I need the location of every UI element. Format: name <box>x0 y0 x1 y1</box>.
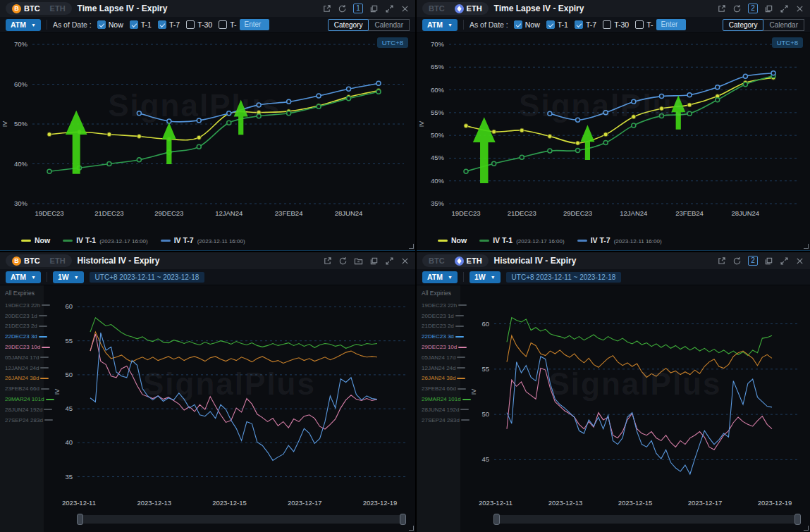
expiry-item[interactable]: 29MAR24 101d <box>5 394 44 404</box>
checkbox-t-30[interactable]: T-30 <box>603 20 629 29</box>
expiry-item[interactable]: 23FEB24 66d <box>422 383 460 394</box>
checkbox-now[interactable]: Now <box>97 20 123 29</box>
expiry-item[interactable]: 28JUN24 192d <box>5 404 44 415</box>
expiry-item[interactable]: 21DEC23 2d <box>422 321 460 332</box>
scrollbar-handle-right[interactable] <box>400 514 406 525</box>
all-expiries-header[interactable]: All Expiries <box>422 290 460 297</box>
export-icon[interactable] <box>717 4 726 13</box>
expiry-item[interactable]: 05JAN24 17d <box>422 352 460 363</box>
expand-icon[interactable] <box>780 4 789 13</box>
checkbox-t-30[interactable]: T-30 <box>186 20 212 29</box>
checkbox-t-[interactable]: T- <box>635 20 653 29</box>
expiry-item[interactable]: 19DEC23 22h <box>422 300 460 311</box>
tab-eth[interactable]: ETH <box>450 254 487 267</box>
expiry-item[interactable]: 12JAN24 24d <box>5 363 44 373</box>
expiry-item[interactable]: 29DEC23 10d <box>422 342 460 352</box>
resize-grip[interactable] <box>804 526 809 531</box>
period-dropdown[interactable]: 1W▼ <box>470 271 501 283</box>
legend-item-Now[interactable]: Now <box>438 236 467 245</box>
legend-item-IV T-7[interactable]: IV T-7(2023-12-11 16:00) <box>161 236 245 245</box>
expiry-item[interactable]: 12JAN24 24d <box>422 363 460 373</box>
resize-grip[interactable] <box>409 244 414 249</box>
expand-icon[interactable] <box>385 256 394 266</box>
expiry-item[interactable]: 22DEC23 3d <box>422 331 460 342</box>
tab-eth[interactable]: ETH <box>45 2 70 15</box>
checkbox-t-7[interactable]: T-7 <box>158 20 180 29</box>
checkbox-t-1[interactable]: T-1 <box>546 20 568 29</box>
export-icon[interactable] <box>717 256 726 266</box>
chevron-down-icon: ▼ <box>31 23 36 27</box>
duplicate-icon[interactable] <box>369 256 379 266</box>
resize-grip[interactable] <box>804 244 809 249</box>
export-icon[interactable] <box>323 256 332 266</box>
t-custom-input[interactable]: Enter <box>656 19 686 30</box>
checkbox-now[interactable]: Now <box>514 20 540 29</box>
export-icon[interactable] <box>322 4 331 13</box>
expand-icon[interactable] <box>385 4 394 13</box>
refresh-icon[interactable] <box>732 4 742 13</box>
refresh-icon[interactable] <box>338 256 348 266</box>
checkbox-t-1[interactable]: T-1 <box>130 20 152 29</box>
close-icon[interactable] <box>795 256 804 266</box>
scrollbar-handle-right[interactable] <box>794 514 801 525</box>
strike-mode-dropdown[interactable]: ATM▼ <box>422 19 458 31</box>
tab-btc[interactable]: B BTC <box>7 2 45 15</box>
expiry-item[interactable]: 27SEP24 283d <box>422 415 460 426</box>
checkbox-t-[interactable]: T- <box>219 20 236 29</box>
expiry-item[interactable]: 23FEB24 66d <box>5 383 44 394</box>
duplicate-icon[interactable] <box>369 4 379 13</box>
strike-mode-dropdown[interactable]: ATM▼ <box>422 271 458 283</box>
expiry-item[interactable]: 27SEP24 283d <box>5 415 44 426</box>
expand-icon[interactable] <box>780 256 789 266</box>
data-point <box>47 132 51 137</box>
legend-item-IV T-1[interactable]: IV T-1(2023-12-17 16:00) <box>479 236 565 245</box>
close-icon[interactable] <box>795 4 804 13</box>
folder-icon[interactable] <box>354 256 363 266</box>
legend-item-Now[interactable]: Now <box>21 236 50 245</box>
expiry-item[interactable]: 26JAN24 38d <box>5 373 44 384</box>
expiry-item[interactable]: 26JAN24 38d <box>422 373 460 384</box>
duplicate-icon[interactable] <box>764 4 773 13</box>
scrollbar-handle-left[interactable] <box>77 514 83 525</box>
panel-count-badge[interactable]: 1 <box>353 4 363 13</box>
expiry-item[interactable]: 19DEC23 22h <box>5 300 44 311</box>
time-range-scrollbar[interactable] <box>494 515 800 524</box>
tab-eth[interactable]: ETH <box>450 2 487 15</box>
tab-eth[interactable]: ETH <box>45 254 70 267</box>
strike-mode-dropdown[interactable]: ATM▼ <box>6 19 41 31</box>
chart-legend: NowIV T-1(2023-12-17 16:00)IV T-7(2023-1… <box>0 230 415 250</box>
close-icon[interactable] <box>400 256 410 266</box>
tab-btc[interactable]: BTC <box>424 2 450 15</box>
duplicate-icon[interactable] <box>764 256 773 266</box>
all-expiries-header[interactable]: All Expiries <box>5 290 44 297</box>
calendar-button[interactable]: Calendar <box>763 19 804 31</box>
data-point <box>576 148 580 152</box>
close-icon[interactable] <box>400 4 410 13</box>
scrollbar-handle-left[interactable] <box>493 514 500 525</box>
category-button[interactable]: Category <box>723 19 764 31</box>
strike-mode-dropdown[interactable]: ATM▼ <box>6 271 41 283</box>
refresh-icon[interactable] <box>338 4 347 13</box>
refresh-icon[interactable] <box>732 256 742 266</box>
expiry-item[interactable]: 20DEC23 1d <box>5 311 44 321</box>
panel-count-badge[interactable]: 2 <box>748 4 758 13</box>
expiry-item[interactable]: 22DEC23 3d <box>5 331 44 342</box>
expiry-item[interactable]: 29MAR24 101d <box>422 394 460 404</box>
expiry-item[interactable]: 28JUN24 192d <box>422 404 460 415</box>
expiry-item[interactable]: 20DEC23 1d <box>422 311 460 321</box>
legend-item-IV T-1[interactable]: IV T-1(2023-12-17 16:00) <box>63 236 148 245</box>
category-button[interactable]: Category <box>328 19 369 31</box>
legend-item-IV T-7[interactable]: IV T-7(2023-12-11 16:00) <box>577 236 662 245</box>
t-custom-input[interactable]: Enter <box>240 19 269 30</box>
tab-btc[interactable]: BTC <box>424 254 450 267</box>
expiry-item[interactable]: 29DEC23 10d <box>5 342 44 352</box>
resize-grip[interactable] <box>409 526 414 531</box>
tab-btc[interactable]: B BTC <box>7 254 45 267</box>
panel-count-badge[interactable]: 2 <box>748 256 758 266</box>
expiry-item[interactable]: 05JAN24 17d <box>5 352 44 363</box>
checkbox-t-7[interactable]: T-7 <box>575 20 596 29</box>
calendar-button[interactable]: Calendar <box>368 19 410 31</box>
period-dropdown[interactable]: 1W▼ <box>53 271 84 283</box>
time-range-scrollbar[interactable] <box>78 515 405 524</box>
expiry-item[interactable]: 21DEC23 2d <box>5 321 44 332</box>
